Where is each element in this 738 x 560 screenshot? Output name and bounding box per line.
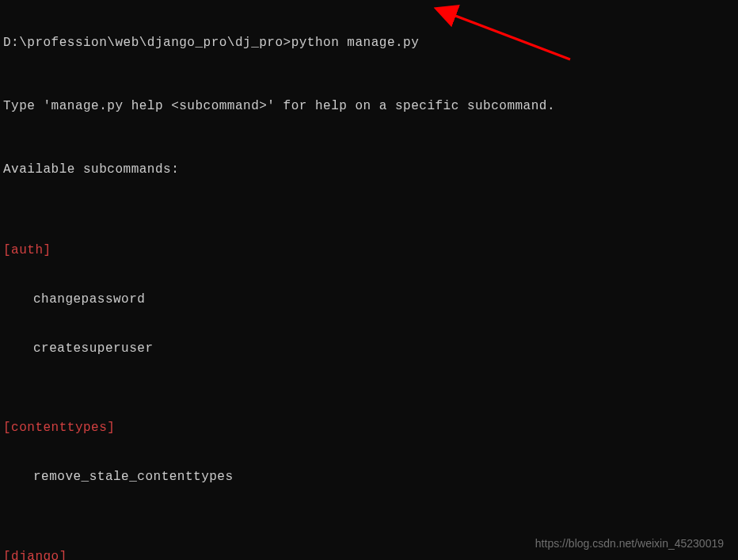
command-prompt-line: D:\profession\web\django_pro\dj_pro>pyth… [3, 35, 735, 51]
terminal-output[interactable]: D:\profession\web\django_pro\dj_pro>pyth… [3, 2, 735, 560]
help-text: Type 'manage.py help <subcommand>' for h… [3, 98, 735, 115]
section-header-contenttypes: [contenttypes] [3, 420, 735, 436]
subcommand: remove_stale_contenttypes [3, 469, 735, 485]
section-header-auth: [auth] [3, 242, 735, 259]
subcommand: changepassword [3, 291, 735, 307]
watermark-text: https://blog.csdn.net/weixin_45230019 [535, 536, 724, 550]
subcommand: createsuperuser [3, 341, 735, 356]
available-subcommands-label: Available subcommands: [3, 162, 735, 178]
